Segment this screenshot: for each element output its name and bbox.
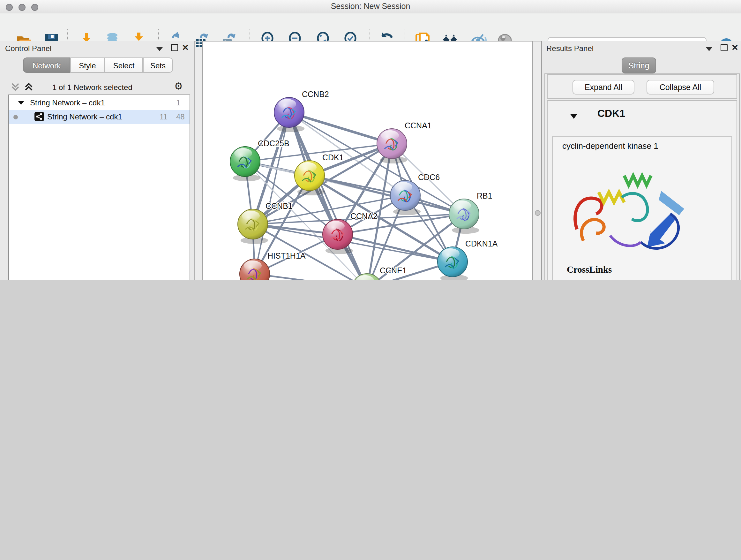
node-result-section: CDK1 cyclin-dependent kinase 1 C: [547, 100, 737, 280]
node-label-CCNA1: CCNA1: [405, 121, 432, 130]
crosslinks-title: CrossLinks: [567, 264, 612, 275]
section-title: CDK1: [597, 108, 625, 119]
node-CCNB2[interactable]: CCNB2: [274, 90, 329, 132]
collapse-all-networks-icon[interactable]: [11, 82, 20, 95]
results-panel: Results Panel ✕ String Expand All Collap…: [541, 41, 741, 280]
float-panel-icon[interactable]: [721, 44, 728, 51]
network-selection-summary: 1 of 1 Network selected: [52, 83, 132, 92]
node-CDC25B[interactable]: CDC25B: [230, 139, 289, 181]
network-tree: String Network – cdk1 1 String Network –…: [8, 95, 190, 280]
network-label: String Network – cdk1: [47, 110, 122, 124]
control-panel-title: Control Panel: [5, 44, 51, 53]
window-title: Session: New Session: [0, 0, 741, 13]
expand-all-networks-icon[interactable]: [24, 82, 33, 95]
node-description: cyclin-dependent kinase 1: [562, 141, 658, 151]
collapse-tree-icon[interactable]: [18, 101, 24, 105]
node-CDKN1A[interactable]: CDKN1A: [437, 239, 498, 280]
network-options-gear-icon[interactable]: ⚙: [174, 80, 183, 92]
close-panel-icon[interactable]: ✕: [182, 43, 189, 52]
float-panel-icon[interactable]: [171, 44, 178, 51]
node-label-CCNB1: CCNB1: [266, 201, 293, 210]
tab-select[interactable]: Select: [105, 57, 143, 73]
node-label-CCNA2: CCNA2: [350, 212, 378, 221]
application-window: Session: New Session: [0, 0, 741, 280]
control-panel: Control Panel ✕ Network Style Select Set…: [0, 41, 195, 280]
edge-CCNB2-HIST1H1A[interactable]: [255, 112, 289, 274]
node-label-RB1: RB1: [477, 191, 492, 200]
expand-collapse-bar: Expand All Collapse All: [547, 74, 737, 99]
tab-sets[interactable]: Sets: [143, 57, 173, 73]
node-details: cyclin-dependent kinase 1 CrossLinks Uni…: [552, 136, 732, 280]
close-panel-icon[interactable]: ✕: [731, 43, 738, 52]
collection-count: 1: [176, 96, 180, 110]
panel-menu-icon[interactable]: [156, 47, 163, 51]
tab-network[interactable]: Network: [23, 57, 70, 73]
string-results-container: Expand All Collapse All CDK1 cyclin-depe…: [544, 73, 740, 280]
node-label-CDK1: CDK1: [322, 153, 344, 162]
node-label-CCNE1: CCNE1: [380, 266, 407, 275]
network-node-count: 11: [159, 110, 167, 124]
crosslink-link[interactable]: P06493: [632, 278, 658, 280]
network-collection-row[interactable]: String Network – cdk1 1: [9, 96, 190, 110]
edge-CCNB2-CCNA1[interactable]: [289, 112, 392, 144]
collection-label: String Network – cdk1: [30, 96, 105, 110]
node-label-CDC25B: CDC25B: [258, 139, 289, 148]
panel-menu-icon[interactable]: [706, 47, 712, 51]
network-canvas[interactable]: CCNB2CCNA1CDC25BCDK1CDC6RB1CCNB1CCNA2CDK…: [203, 42, 532, 280]
collapse-all-button[interactable]: Collapse All: [647, 80, 714, 95]
collapse-section-icon[interactable]: [570, 114, 578, 119]
string-network-icon: [35, 112, 44, 121]
title-bar: Session: New Session: [0, 0, 741, 14]
results-panel-title: Results Panel: [546, 44, 594, 53]
node-label-HIST1H1A: HIST1H1A: [267, 251, 306, 260]
tab-style[interactable]: Style: [70, 57, 105, 73]
node-CCNA1[interactable]: CCNA1: [377, 121, 432, 164]
network-row-selected[interactable]: String Network – cdk1 11 48: [9, 110, 190, 124]
network-edge-count: 48: [176, 110, 185, 124]
edge-CDK1-RB1[interactable]: [310, 176, 464, 214]
node-label-CDKN1A: CDKN1A: [465, 239, 498, 248]
node-label-CDC6: CDC6: [418, 173, 440, 182]
network-status-dot-icon: [13, 115, 18, 119]
right-splitter-handle[interactable]: [535, 210, 541, 216]
crosslink-label: Uniprot:: [572, 278, 601, 280]
tab-string[interactable]: String: [622, 57, 656, 73]
expand-all-button[interactable]: Expand All: [572, 80, 634, 95]
node-label-CCNB2: CCNB2: [302, 90, 329, 99]
protein-structure-image: [565, 152, 693, 261]
network-view[interactable]: CCNB2CCNA1CDC25BCDK1CDC6RB1CCNB1CCNA2CDK…: [202, 41, 533, 280]
main-toolbar: ?: [0, 13, 741, 42]
node-RB1[interactable]: RB1: [449, 191, 492, 234]
